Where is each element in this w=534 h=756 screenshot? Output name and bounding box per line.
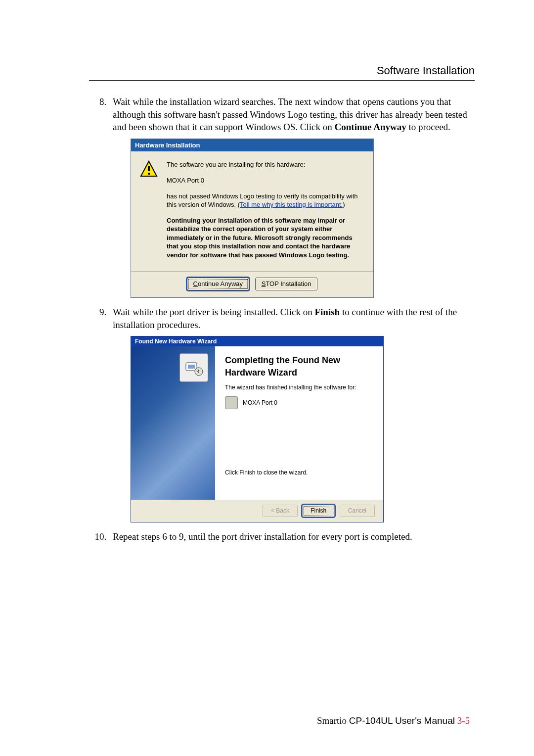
page-footer: Smartio CP-104UL User's Manual 3-5 — [317, 715, 470, 726]
step-9: Wait while the port driver is being inst… — [109, 306, 475, 522]
dialog1-intro-line: The software you are installing for this… — [167, 160, 364, 169]
dialog1-device: MOXA Port 0 — [167, 176, 364, 185]
tell-me-why-link[interactable]: Tell me why this testing is important. — [240, 201, 343, 208]
svg-rect-4 — [188, 365, 195, 369]
step-8-text-b: to proceed. — [406, 122, 450, 132]
svg-rect-2 — [148, 173, 150, 175]
hardware-installation-dialog: Hardware Installation The software you a… — [131, 139, 374, 298]
footer-manual: CP-104UL User's Manual — [349, 715, 455, 726]
footer-page-number: 3-5 — [455, 715, 470, 726]
dialog1-warning-text: Continuing your installation of this sof… — [167, 216, 364, 260]
wizard-badge-icon — [179, 353, 208, 382]
dialog1-title-bar: Hardware Installation — [131, 139, 373, 152]
instruction-list: Wait while the installation wizard searc… — [89, 95, 475, 543]
cancel-button[interactable]: Cancel — [340, 505, 375, 517]
continue-anyway-button[interactable]: Continue Anyway — [187, 278, 249, 290]
page-section-header: Software Installation — [89, 64, 475, 77]
step-8: Wait while the installation wizard searc… — [109, 95, 475, 298]
wizard-sidebar-image — [131, 346, 215, 500]
dialog2-heading: Completing the Found New Hardware Wizard — [225, 354, 373, 378]
dialog2-subtext: The wizard has finished installing the s… — [225, 383, 373, 391]
section-divider — [89, 80, 475, 81]
warning-icon — [140, 160, 158, 178]
step-10: Repeat steps 6 to 9, until the port driv… — [109, 530, 475, 543]
serial-port-icon — [225, 396, 238, 409]
back-button[interactable]: < Back — [263, 505, 298, 517]
svg-rect-1 — [148, 166, 150, 171]
stop-installation-button[interactable]: STOP Installation — [255, 278, 318, 290]
dialog2-title-bar: Found New Hardware Wizard — [131, 336, 383, 346]
dialog2-button-row: < Back Finish Cancel — [131, 500, 383, 521]
dialog2-closing-line: Click Finish to close the wizard. — [225, 469, 373, 476]
dialog1-compat-b: ) — [343, 201, 345, 208]
footer-brand: Smartio — [317, 715, 349, 726]
dialog2-device: MOXA Port 0 — [243, 399, 277, 407]
step-9-text-a: Wait while the port driver is being inst… — [113, 307, 314, 317]
found-new-hardware-wizard-dialog: Found New Hardware Wizard — [131, 336, 384, 522]
dialog1-compat-line: has not passed Windows Logo testing to v… — [167, 192, 364, 209]
finish-button[interactable]: Finish — [302, 505, 335, 517]
step-9-bold: Finish — [314, 307, 340, 317]
svg-point-5 — [195, 368, 203, 376]
dialog1-button-row: Continue Anyway STOP Installation — [131, 271, 373, 297]
step-8-bold: Continue Anyway — [335, 122, 406, 132]
